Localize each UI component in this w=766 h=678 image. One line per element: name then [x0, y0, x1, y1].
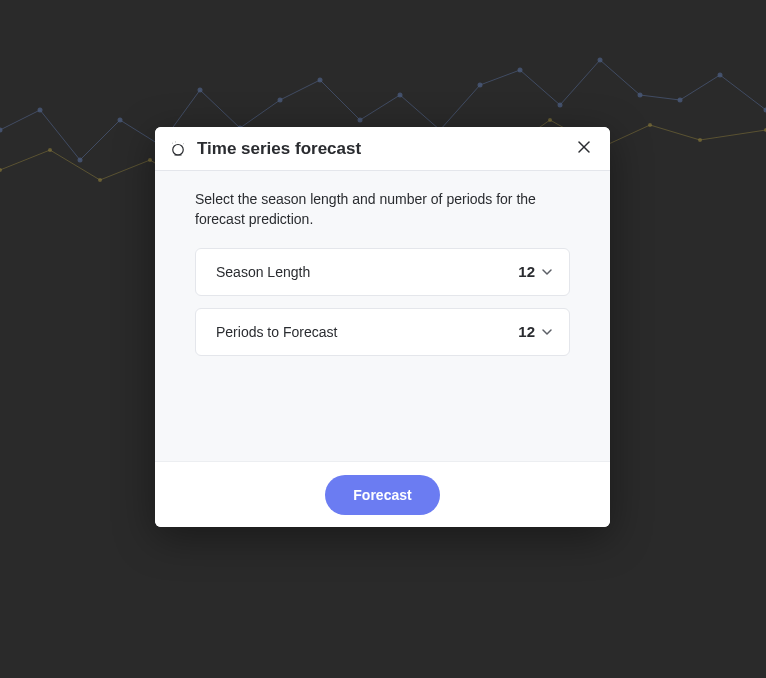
svg-point-34: [698, 138, 702, 142]
svg-point-0: [0, 128, 3, 133]
svg-point-20: [0, 168, 2, 172]
close-icon: [576, 139, 592, 158]
forecast-modal: Time series forecast Select the season l…: [155, 127, 610, 527]
forecast-button[interactable]: Forecast: [325, 475, 439, 515]
crystal-ball-icon: [169, 140, 187, 158]
season-length-selector[interactable]: Season Length 12: [195, 248, 570, 296]
modal-description: Select the season length and number of p…: [195, 189, 570, 230]
svg-point-39: [175, 141, 176, 142]
svg-point-17: [678, 98, 683, 103]
periods-label: Periods to Forecast: [216, 324, 518, 340]
svg-point-8: [318, 78, 323, 83]
svg-point-21: [48, 148, 52, 152]
svg-point-37: [172, 142, 173, 143]
svg-point-23: [148, 158, 152, 162]
svg-point-3: [118, 118, 123, 123]
close-button[interactable]: [572, 137, 596, 161]
periods-to-forecast-selector[interactable]: Periods to Forecast 12: [195, 308, 570, 356]
modal-body: Select the season length and number of p…: [155, 171, 610, 461]
svg-point-7: [278, 98, 283, 103]
svg-point-31: [548, 118, 552, 122]
svg-point-18: [718, 73, 723, 78]
svg-point-12: [478, 83, 483, 88]
svg-point-1: [38, 108, 43, 113]
svg-point-15: [598, 58, 603, 63]
svg-point-5: [198, 88, 203, 93]
svg-point-36: [173, 144, 184, 155]
svg-point-16: [638, 93, 643, 98]
periods-value: 12: [518, 323, 535, 340]
season-length-value: 12: [518, 263, 535, 280]
svg-point-2: [78, 158, 83, 163]
modal-title: Time series forecast: [197, 139, 572, 159]
chevron-down-icon: [541, 266, 553, 278]
svg-point-13: [518, 68, 523, 73]
svg-point-14: [558, 103, 563, 108]
modal-header: Time series forecast: [155, 127, 610, 171]
chevron-down-icon: [541, 326, 553, 338]
modal-footer: Forecast: [155, 461, 610, 527]
svg-point-10: [398, 93, 403, 98]
svg-point-33: [648, 123, 652, 127]
season-length-label: Season Length: [216, 264, 518, 280]
svg-point-9: [358, 118, 363, 123]
svg-point-22: [98, 178, 102, 182]
svg-point-38: [183, 143, 184, 144]
